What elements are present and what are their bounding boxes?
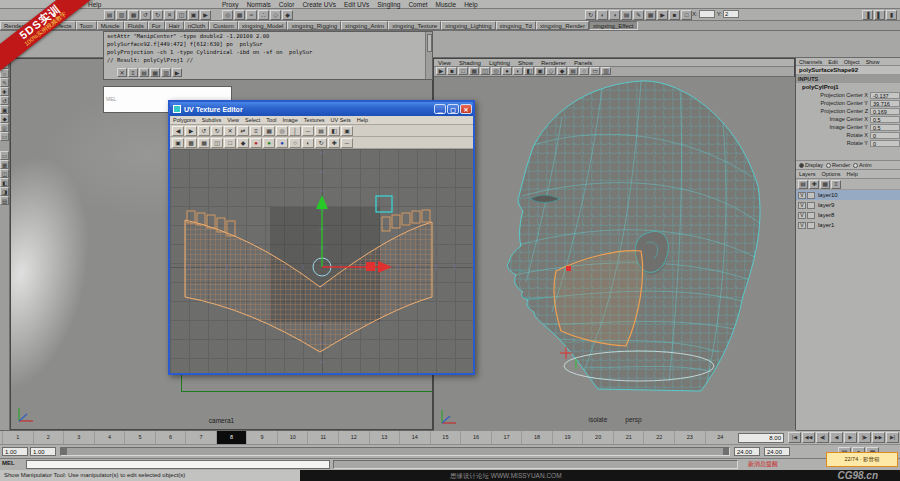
green-channel-icon[interactable]: ● [263,138,275,148]
shelf-tab[interactable]: Hair [165,21,184,30]
viewport-menu[interactable]: Panels [570,59,596,66]
inputs-section-header[interactable]: INPUTS [796,75,900,83]
shelf-tab[interactable]: Muscle [97,21,124,30]
smooth-shade-icon[interactable]: ◆ [557,67,567,75]
go-to-start-icon[interactable]: |◀ [788,432,801,443]
layer-row[interactable]: V layer9 [796,200,900,210]
layer-editor-menu[interactable]: Options [819,170,844,178]
layout-uv-icon[interactable]: ▦ [263,126,275,136]
attribute-value-field[interactable]: -0.137 [870,92,900,99]
anim-start-field[interactable]: 1.00 [2,447,28,456]
uv-shell[interactable] [185,210,432,352]
align-v-icon[interactable]: ─ [302,126,314,136]
wireframe-display-icon[interactable]: ◇ [546,67,556,75]
layer-options-icon[interactable]: ≡ [831,180,841,189]
frame-cell[interactable]: 21 [613,431,644,445]
layer-playback-toggle[interactable] [807,192,815,199]
shelf-tab[interactable]: Fur [148,21,165,30]
flip-v-icon[interactable]: ▶ [185,126,197,136]
scale-tool-icon[interactable]: ▣ [0,105,9,114]
red-channel-icon[interactable]: ● [250,138,262,148]
hypershade-icon[interactable]: ▦ [645,10,656,20]
step-fwd-key-icon[interactable]: ▶▶ [872,432,885,443]
layer-row[interactable]: V layer8 [796,210,900,220]
menubar-item[interactable]: Comet [404,0,431,9]
layer-playback-toggle[interactable] [807,222,815,229]
frame-cell[interactable]: 19 [552,431,583,445]
range-slider-bar[interactable] [67,448,723,455]
attribute-value-field[interactable]: 0 [870,140,900,147]
save-scene-icon[interactable]: ▦ [128,10,139,20]
command-input[interactable] [26,460,330,469]
viewport-menu[interactable]: View [434,59,455,66]
ipr-render-icon[interactable]: ◑ [609,10,620,20]
rotate-tool-icon[interactable]: ↺ [0,96,9,105]
perspective-viewport[interactable]: ViewShadingLightingShowRendererPanels ▶■… [433,58,795,430]
frame-cell[interactable]: 23 [674,431,705,445]
shelf-tab[interactable]: nCloth [184,21,209,30]
menubar-item[interactable]: Proxy [218,0,243,9]
menubar-item[interactable]: Help [460,0,481,9]
make-live-icon[interactable]: ◆ [282,10,293,20]
blue-channel-icon[interactable]: ● [276,138,288,148]
uv-persp-layout-icon[interactable]: ▤ [0,196,9,205]
range-slider-track[interactable] [60,447,730,456]
shelf-tab[interactable]: xingxing_Texture [388,21,441,30]
clear-history-icon[interactable]: ✕ [117,68,127,77]
save-script-icon[interactable]: ▦ [150,68,160,77]
frame-cell[interactable]: 14 [399,431,430,445]
frame-cell[interactable]: 10 [277,431,308,445]
paint-effects-icon[interactable]: ✎ [633,10,644,20]
layer-visibility-toggle[interactable]: V [798,192,806,199]
zoom-in-icon[interactable]: ✚ [328,138,340,148]
dim-image-icon[interactable]: ▩ [185,138,197,148]
channel-box-menu[interactable]: Edit [825,58,840,65]
current-time-field[interactable]: 8.00 [738,433,784,443]
uv-snapshot-icon[interactable]: ◐ [302,138,314,148]
menubar-item[interactable]: Normals [243,0,275,9]
shelf-tab[interactable]: Fluids [124,21,148,30]
menubar-item[interactable]: Singling [373,0,404,9]
layer-mode-radio[interactable]: Anim [853,162,872,168]
cut-icon[interactable]: ✕ [164,10,175,20]
layer-mode-radio[interactable]: Display [799,162,823,168]
frame-cell[interactable]: 1 [2,431,33,445]
two-pane-layout-icon[interactable]: ◫ [0,169,9,178]
construction-history-icon[interactable]: ↻ [585,10,596,20]
attribute-value-field[interactable]: 0.5 [870,116,900,123]
single-pane-layout-icon[interactable]: ▭ [0,151,9,160]
select-mode-icon[interactable]: ▶ [200,10,211,20]
uv-options-icon[interactable]: ▣ [341,126,353,136]
resolution-gate-icon[interactable]: ◎ [491,67,501,75]
tray-alert-text[interactable]: 新消息提醒 [748,460,778,469]
shelf-tab[interactable]: xingxing_Model [238,21,288,30]
snap-point-icon[interactable]: ∴ [258,10,269,20]
frame-cell[interactable]: 4 [94,431,125,445]
film-gate-icon[interactable]: ◫ [480,67,490,75]
close-button[interactable]: ✕ [460,104,472,114]
script-editor-output[interactable]: setAttr "ManipCenter" -type double2 -1.2… [103,31,433,80]
echo-commands-icon[interactable]: ≡ [128,68,138,77]
frame-cell[interactable]: 18 [521,431,552,445]
frame-cell[interactable]: 20 [582,431,613,445]
scrollbar-thumb[interactable] [427,34,432,52]
go-to-end-icon[interactable]: ▶| [886,432,899,443]
shelf-tab[interactable]: xingxing_Anim [341,21,388,30]
cycle-uv-icon[interactable]: ◎ [276,126,288,136]
view-grid-icon[interactable]: ▦ [198,138,210,148]
frame-cell[interactable]: 22 [643,431,674,445]
camera-attributes-icon[interactable]: □ [458,67,468,75]
move-tool-icon[interactable]: ✚ [0,87,9,96]
shelf-tab[interactable]: xingxing_Lighting [441,21,495,30]
select-camera-icon[interactable]: ▶ [436,67,446,75]
redo-icon[interactable]: ↻ [152,10,163,20]
four-pane-layout-icon[interactable]: ▦ [0,160,9,169]
play-forward-icon[interactable]: ▶ [844,432,857,443]
frame-cell[interactable]: 13 [369,431,400,445]
layer-playback-toggle[interactable] [807,212,815,219]
frame-cell[interactable]: 16 [460,431,491,445]
open-scene-icon[interactable]: ▥ [116,10,127,20]
new-empty-layer-icon[interactable]: ▤ [798,180,808,189]
alpha-channel-icon[interactable]: ○ [289,138,301,148]
show-manip-tool-icon[interactable]: ◎ [0,123,9,132]
